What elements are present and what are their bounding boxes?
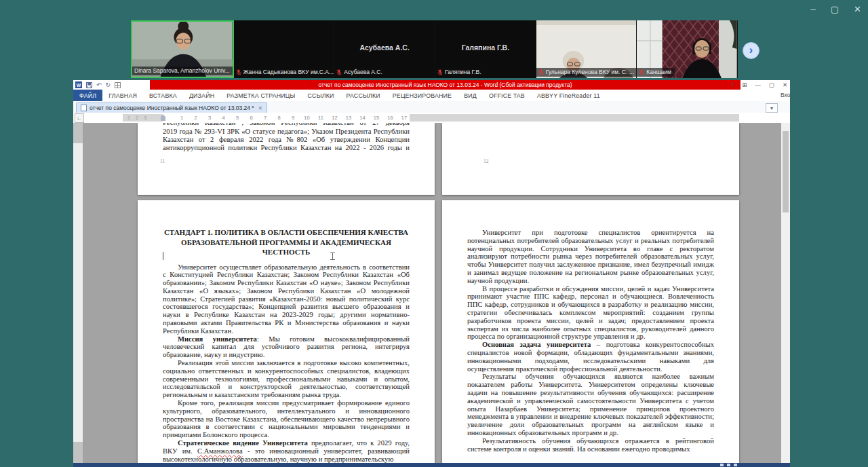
page-12: 12	[442, 123, 739, 195]
ribbon-tab-вид[interactable]: ВИД	[458, 90, 483, 101]
sign-in-link[interactable]: Вход	[781, 92, 790, 100]
document-tab-label: отчет по самооценке Иностранный язык НАО…	[90, 105, 254, 111]
help-icon[interactable]: ?	[730, 81, 734, 88]
page-11-lines: 2019 года № 293-VI ЗРК «О статусе педаго…	[163, 128, 410, 152]
paragraph: Основная задача университета – подготовк…	[467, 341, 714, 373]
ruler-number: 14	[359, 115, 365, 121]
video-tile-3[interactable]: Асубаева А.С.Асубаева А.С.	[334, 20, 435, 78]
ribbon-display-options-icon[interactable]: ⊞	[742, 81, 747, 88]
mic-muted-icon	[336, 69, 342, 76]
participant-label: Гульнара Куленова ВКУ им. С. ...	[536, 68, 637, 77]
participant-name-overlay: Галяпина Г.В.	[435, 43, 536, 52]
mic-muted-icon	[236, 69, 241, 76]
office-tab-bar: отчет по самооценке Иностранный язык НАО…	[73, 101, 790, 113]
ruler-number: 10	[304, 115, 309, 121]
document-title: отчет по самооценке Иностранный язык НАО…	[150, 80, 741, 90]
ribbon-tab-главная[interactable]: ГЛАВНАЯ	[102, 90, 143, 101]
paragraph: Реализация этой миссии заключается в под…	[163, 359, 410, 399]
paragraph: Результативность обучения обучающихся от…	[467, 437, 714, 453]
document-line: антикоррупционной политики Республики Ка…	[163, 144, 410, 152]
paragraph: Результаты обучения обучающихся являются…	[467, 373, 714, 436]
ruler-number: 3	[144, 115, 146, 121]
meeting-window-controls: – ▢ ✕	[811, 4, 861, 14]
document-canvas: Республики Казахстан ; Законом Республик…	[83, 123, 781, 463]
paragraph: В процессе разработки и обсуждения мисси…	[467, 285, 714, 341]
page-number: 12	[484, 158, 489, 164]
minimize-icon[interactable]: –	[811, 4, 816, 14]
paragraph: Стратегическое видение Университета пред…	[163, 439, 410, 463]
clipped-line: Республики Казахстан ; Законом Республик…	[163, 123, 410, 128]
page-14: Университет при подготовке специалистов …	[442, 200, 739, 463]
tab-stop-selector[interactable]: ∟	[75, 113, 84, 123]
ruler-number: 6	[250, 115, 252, 121]
participant-label: Галяпина Г.В.	[435, 68, 485, 77]
page-13-body: Университет осуществляет образовательную…	[163, 263, 410, 464]
ruler-number: 2	[136, 115, 138, 121]
mic-muted-icon	[639, 69, 644, 76]
page-number: 11	[160, 158, 165, 164]
ruler-number: 1	[127, 115, 130, 121]
ribbon-tab-дизайн[interactable]: ДИЗАЙН	[183, 90, 220, 101]
ribbon-tab-ссылки[interactable]: ССЫЛКИ	[302, 90, 340, 101]
ruler-number: 17	[401, 115, 407, 121]
ribbon-tab-office-tab[interactable]: OFFICE TAB	[483, 90, 531, 101]
restore-icon[interactable]: ▢	[769, 81, 774, 88]
document-line: Казахстан от 2 февраля 2022 года №802 «О…	[163, 136, 410, 144]
ribbon-tab-рассылки[interactable]: РАССЫЛКИ	[340, 90, 386, 101]
undo-icon[interactable]: ↶	[96, 81, 102, 88]
save-icon[interactable]	[86, 82, 92, 88]
view-mode-icons[interactable]	[720, 464, 737, 466]
ribbon-tab-файл[interactable]: ФАЙЛ	[73, 90, 102, 101]
document-line: 2019 года № 293-VI ЗРК «О статусе педаго…	[163, 128, 410, 136]
participant-label: Жанна Садыканова ВКУ им.С.А...	[234, 68, 335, 77]
section-heading: СТАНДАРТ 1. ПОЛИТИКА В ОБЛАСТИ ОБЕСПЕЧЕН…	[163, 227, 410, 257]
video-tile-6[interactable]: Каншаим	[637, 20, 738, 78]
ruler-number: 1	[180, 115, 183, 121]
mic-muted-icon	[538, 69, 544, 76]
paragraph: Миссия университета: Мы готовим высококв…	[163, 335, 410, 359]
paragraph: Университет осуществляет образовательную…	[163, 263, 410, 335]
vertical-ruler-active	[73, 143, 83, 442]
word-titlebar: W ↶ ↻ отчет по самооценке Иностранный яз…	[73, 80, 790, 90]
screen: – ▢ ✕ Dinara Saparova, Amanzholov Univ..…	[0, 0, 868, 467]
video-tile-2[interactable]: Жанна Садыканова ВКУ им.С.А...	[234, 20, 335, 78]
participant-label: Dinara Saparova, Amanzholov Univ...	[132, 67, 233, 75]
ruler-number: 13	[346, 115, 351, 121]
ribbon-tab-row: ФАЙЛГЛАВНАЯВСТАВКАДИЗАЙНРАЗМЕТКА СТРАНИЦ…	[73, 90, 790, 102]
ruler-number: 9	[292, 115, 294, 121]
vertical-scrollbar[interactable]	[781, 123, 790, 463]
ruler-number: 7	[264, 115, 267, 121]
tab-list-dropdown[interactable]: ▼	[766, 103, 778, 113]
close-icon[interactable]: ✕	[783, 81, 787, 88]
participant-name-overlay: Асубаева А.С.	[334, 43, 435, 52]
redo-icon[interactable]: ↻	[106, 81, 111, 88]
indent-marker[interactable]	[161, 115, 165, 121]
ribbon-tab-abbyy-finereader-11[interactable]: ABBYY FineReader 11	[531, 90, 606, 101]
paragraph: Кроме того, реализация миссии предусматр…	[163, 399, 410, 439]
tab-close-icon[interactable]: ✕	[258, 105, 262, 111]
ruler-number: 12	[332, 115, 337, 121]
ribbon-tab-рецензирование[interactable]: РЕЦЕНЗИРОВАНИЕ	[387, 90, 458, 101]
ribbon-tab-разметка-страницы[interactable]: РАЗМЕТКА СТРАНИЦЫ	[220, 90, 301, 101]
participant-label: Асубаева А.С.	[334, 68, 385, 77]
document-tab[interactable]: отчет по самооценке Иностранный язык НАО…	[76, 102, 267, 113]
text-cursor	[163, 252, 163, 260]
ruler-number: 3	[208, 115, 211, 121]
word-logo-icon[interactable]: W	[75, 81, 82, 88]
scrollbar-thumb[interactable]	[783, 131, 789, 212]
maximize-icon[interactable]: ▢	[831, 4, 839, 14]
participant-label: Каншаим	[637, 68, 675, 77]
video-tile-1[interactable]: Dinara Saparova, Amanzholov Univ...	[131, 20, 234, 78]
vertical-ruler	[73, 123, 83, 463]
ribbon-tab-вставка[interactable]: ВСТАВКА	[143, 90, 183, 101]
ruler-number: 5	[236, 115, 239, 121]
paragraph: Университет при подготовке специалистов …	[467, 229, 714, 285]
next-participants-button[interactable]: ›	[743, 42, 760, 59]
video-tile-4[interactable]: Галяпина Г.В.Галяпина Г.В.	[435, 20, 536, 78]
status-bar	[73, 463, 790, 467]
quick-access-toolbar: W ↶ ↻	[73, 80, 150, 90]
close-icon[interactable]: ✕	[854, 4, 861, 14]
draw-table-icon[interactable]	[115, 82, 121, 88]
minimize-icon[interactable]: —	[755, 81, 761, 88]
video-tile-5[interactable]: Гульнара Куленова ВКУ им. С. ...	[536, 20, 637, 78]
